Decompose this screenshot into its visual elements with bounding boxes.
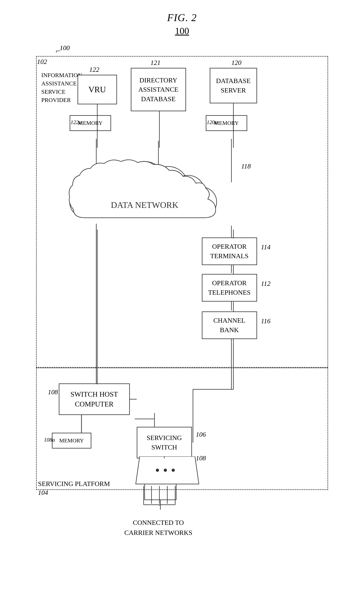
svg-text:DATA NETWORK: DATA NETWORK [111,200,178,210]
ref-121: 121 [151,59,160,66]
ref-112: 112 [261,280,270,287]
diagram: 100 ⌐ INFORMATION ASSISTANCE SERVICE PRO… [24,44,340,587]
page: FIG. 2 100 [0,0,364,599]
vru-box: VRU [78,75,117,104]
servicing-switch-box: SERVICING SWITCH [137,427,192,458]
svg-point-33 [156,469,159,472]
db-server-box: DATABASE SERVER [210,68,257,103]
switch-host-box: SWITCH HOST COMPUTER [59,383,130,415]
servicing-platform-label: SERVICING PLATFORM [38,480,110,488]
ref-120: 120 [231,59,241,66]
op-terminals-box: OPERATOR TERMINALS [202,238,257,265]
svg-marker-32 [136,456,199,484]
ref-122a: 122a [71,119,82,125]
ref-116: 116 [261,317,270,325]
ref-122: 122 [89,66,99,73]
fig-title: FIG. 2 [16,12,348,24]
cloud-container: DATA NETWORK [56,147,233,229]
svg-point-34 [164,469,167,472]
bracket-100: ⌐ [56,46,60,55]
op-phones-box: OPERATOR TELEPHONES [202,274,257,302]
channel-bank-box: CHANNEL BANK [202,311,257,339]
switch-memory-box: MEMORY [52,433,91,449]
ref-104: 104 [38,489,48,496]
switch-lines [138,486,189,506]
ref-108: 108 [48,388,58,396]
fig-number: 100 [16,26,348,36]
ref-102: 102 [37,58,47,65]
dir-db-box: DIRECTORY ASSISTANCE DATABASE [131,68,186,111]
ref-114: 114 [261,243,270,251]
ref-120a: 120a [207,119,218,125]
ref-100: 100 [60,44,70,52]
connected-to-label: CONNECTED TO CARRIER NETWORKS [123,518,194,538]
ref-108a: 108a [44,437,55,443]
ref-106: 106 [196,431,206,438]
switch-detail [132,456,203,488]
ref-118: 118 [241,163,251,170]
svg-point-35 [172,469,175,472]
